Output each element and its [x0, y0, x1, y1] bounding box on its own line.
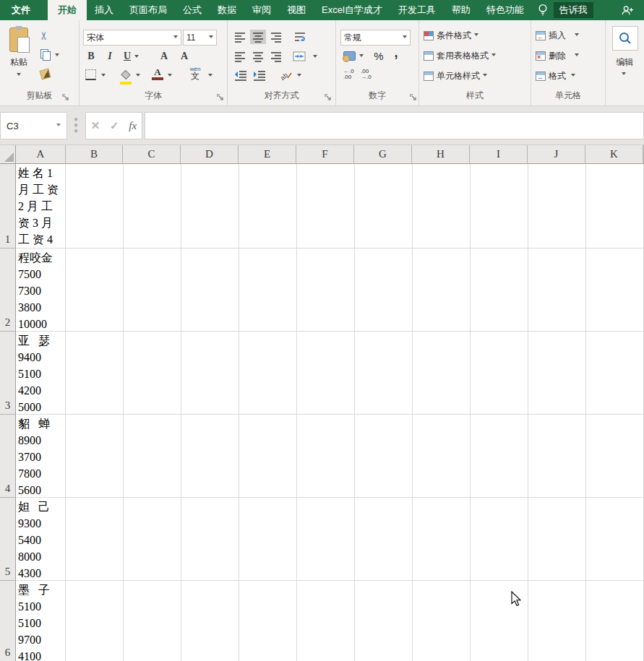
clipboard-dialog-launcher[interactable] — [62, 94, 69, 101]
fill-color-button[interactable] — [120, 68, 132, 85]
column-header-e[interactable]: E — [239, 145, 296, 164]
column-header-d[interactable]: D — [181, 145, 239, 164]
cell-a2[interactable]: 程咬金 7500 7300 3800 10000 — [16, 249, 66, 332]
align-top-button[interactable] — [232, 30, 248, 44]
font-name-combo[interactable]: 宋体 — [83, 30, 181, 46]
underline-dropdown-arrow[interactable] — [134, 55, 139, 60]
increase-decimal-button[interactable]: ←.0 .00 — [343, 69, 354, 80]
cell-a5[interactable]: 妲 己 9300 5400 8000 4300 — [16, 498, 66, 581]
orientation-dropdown-arrow[interactable] — [297, 74, 301, 79]
enter-icon[interactable]: ✓ — [110, 119, 119, 132]
column-header-f[interactable]: F — [296, 145, 354, 164]
number-format-combo[interactable]: 常规 — [340, 30, 411, 46]
comma-style-button[interactable]: , — [391, 46, 401, 59]
alignment-dialog-launcher[interactable] — [325, 94, 332, 101]
column-header-h[interactable]: H — [412, 145, 470, 164]
align-left-button[interactable] — [232, 49, 248, 64]
currency-button[interactable] — [342, 49, 356, 62]
row-header-2[interactable]: 2 — [0, 249, 16, 332]
number-format-dropdown-arrow[interactable] — [403, 35, 407, 40]
align-right-button[interactable] — [268, 49, 284, 64]
tab-view[interactable]: 视图 — [279, 0, 314, 20]
italic-button[interactable]: I — [104, 49, 116, 64]
borders-icon[interactable] — [85, 69, 96, 80]
borders-dropdown-arrow[interactable] — [101, 74, 106, 79]
tab-data[interactable]: 数据 — [210, 0, 244, 20]
row-6-empty-cells[interactable] — [66, 581, 644, 661]
column-header-k[interactable]: K — [585, 145, 643, 164]
align-bottom-button[interactable] — [268, 30, 284, 44]
row-1-empty-cells[interactable] — [66, 164, 644, 249]
row-header-5[interactable]: 5 — [0, 498, 16, 581]
lightbulb-icon[interactable] — [532, 0, 554, 20]
phonetic-guide-button[interactable]: wén 文 — [188, 66, 202, 79]
cell-a3[interactable]: 亚 瑟 9400 5100 4200 5000 — [16, 332, 66, 415]
merge-dropdown-arrow[interactable] — [313, 55, 317, 60]
column-header-c[interactable]: C — [123, 145, 181, 164]
tab-insert[interactable]: 插入 — [87, 0, 121, 20]
copy-dropdown-arrow[interactable] — [55, 53, 59, 59]
find-select-button[interactable] — [612, 26, 638, 51]
align-center-button[interactable] — [250, 49, 266, 64]
column-header-b[interactable]: B — [66, 145, 123, 164]
increase-font-button[interactable]: A — [160, 51, 168, 62]
increase-indent-button[interactable] — [251, 68, 268, 82]
insert-function-icon[interactable]: fx — [129, 120, 137, 132]
align-middle-button[interactable] — [250, 30, 266, 44]
row-2-empty-cells[interactable] — [66, 249, 644, 332]
select-all-button[interactable] — [0, 145, 16, 164]
format-cells-button[interactable]: 格式 — [536, 70, 575, 82]
copy-icon[interactable] — [40, 49, 51, 60]
tab-page-layout[interactable]: 页面布局 — [121, 0, 175, 20]
merge-center-button[interactable] — [290, 49, 309, 64]
format-as-table-button[interactable]: 套用表格格式 — [424, 50, 496, 62]
column-header-j[interactable]: J — [528, 145, 585, 164]
decrease-indent-button[interactable] — [232, 68, 249, 82]
cell-styles-button[interactable]: 单元格样式 — [424, 70, 487, 82]
name-box[interactable]: C3 — [0, 112, 67, 139]
percent-style-button[interactable]: % — [372, 49, 385, 62]
phonetic-dropdown-arrow[interactable] — [208, 74, 212, 79]
paste-button[interactable]: 粘贴 — [4, 27, 33, 82]
orientation-button[interactable] — [277, 68, 294, 82]
fill-color-dropdown-arrow[interactable] — [136, 74, 140, 79]
cell-a4[interactable]: 貂 蝉 8900 3700 7800 5600 — [16, 415, 66, 498]
cell-a6[interactable]: 墨 子 5100 5100 9700 4100 — [16, 581, 66, 661]
font-color-dropdown-arrow[interactable] — [168, 74, 172, 79]
format-painter-icon[interactable] — [40, 69, 51, 80]
row-header-1[interactable]: 1 — [0, 164, 16, 249]
tab-home[interactable]: 开始 — [48, 0, 87, 20]
tab-tell-me[interactable]: 告诉我 — [554, 2, 593, 18]
tab-help[interactable]: 帮助 — [444, 0, 478, 20]
bold-button[interactable]: B — [85, 49, 97, 64]
font-size-dropdown-arrow[interactable] — [209, 35, 213, 40]
column-header-i[interactable]: I — [470, 145, 528, 164]
paste-dropdown-arrow[interactable] — [17, 73, 21, 78]
tab-excel-self-study[interactable]: Excel自学成才 — [314, 0, 390, 20]
wrap-text-button[interactable] — [291, 30, 309, 44]
tab-developer[interactable]: 开发工具 — [390, 0, 444, 20]
tab-file[interactable]: 文件 — [0, 0, 42, 20]
font-dialog-launcher[interactable] — [217, 94, 224, 101]
formula-bar-resize-handle[interactable]: ●●● — [73, 116, 79, 135]
tab-special-features[interactable]: 特色功能 — [478, 0, 532, 20]
cut-scissors-icon[interactable]: ✂ — [38, 31, 51, 40]
currency-dropdown-arrow[interactable] — [359, 54, 364, 59]
insert-cells-button[interactable]: 插入 — [536, 30, 579, 42]
tab-review[interactable]: 审阅 — [244, 0, 279, 20]
font-color-button[interactable]: A — [152, 68, 163, 80]
font-size-combo[interactable]: 11 — [183, 30, 217, 46]
editing-dropdown-arrow[interactable] — [622, 72, 626, 77]
conditional-formatting-button[interactable]: 条件格式 — [424, 30, 478, 42]
row-5-empty-cells[interactable] — [66, 498, 644, 581]
underline-button[interactable]: U — [121, 49, 133, 64]
delete-cells-button[interactable]: 删除 — [536, 50, 579, 62]
tab-formulas[interactable]: 公式 — [175, 0, 210, 20]
formula-input[interactable] — [145, 112, 644, 139]
row-header-4[interactable]: 4 — [0, 415, 16, 498]
number-dialog-launcher[interactable] — [410, 94, 417, 101]
column-header-g[interactable]: G — [354, 145, 412, 164]
decrease-decimal-button[interactable]: .00 →.0 — [361, 69, 372, 80]
row-4-empty-cells[interactable] — [66, 415, 644, 498]
cell-a1[interactable]: 姓 名 1 月 工 资 2 月 工 资 3 月 工 资 4 — [16, 164, 66, 249]
